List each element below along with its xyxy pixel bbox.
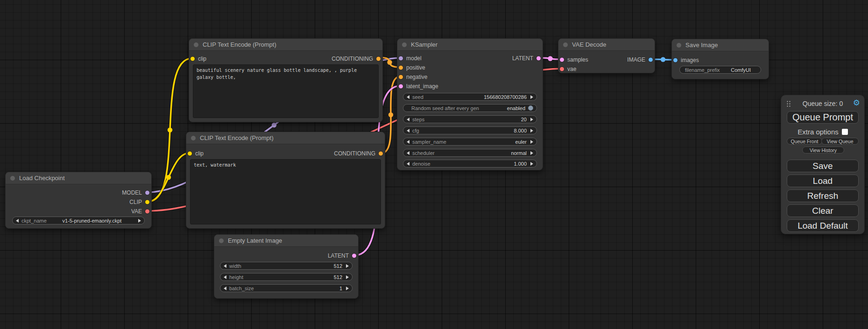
decrement-arrow-icon[interactable] [224, 275, 226, 279]
extra-options-checkbox[interactable] [842, 129, 848, 135]
seed-widget[interactable]: seed 156680208700286 [403, 93, 537, 101]
node-load-checkpoint[interactable]: Load Checkpoint MODEL CLIP VAE ckpt_name… [5, 172, 152, 229]
output-slot-dot[interactable] [145, 190, 150, 196]
node-empty-latent-image[interactable]: Empty Latent Image LATENT width 512 heig… [214, 234, 359, 299]
collapse-dot[interactable] [191, 136, 196, 140]
decrement-arrow-icon[interactable] [407, 140, 409, 144]
save-button[interactable]: Save [787, 160, 859, 172]
increment-arrow-icon[interactable] [346, 287, 349, 290]
denoise-widget[interactable]: denoise 1.000 [403, 160, 537, 168]
input-slot-dot[interactable] [398, 75, 403, 80]
input-slot-dot[interactable] [398, 56, 403, 61]
output-slot-dot[interactable] [376, 56, 381, 62]
input-slot-dot[interactable] [559, 67, 565, 72]
batch-size-widget[interactable]: batch_size 1 [220, 284, 353, 292]
view-history-button[interactable]: View History [802, 147, 844, 154]
decrement-arrow-icon[interactable] [407, 162, 409, 166]
toggle-circle-icon[interactable] [528, 105, 533, 111]
decrement-arrow-icon[interactable] [407, 129, 409, 133]
increment-arrow-icon[interactable] [530, 140, 533, 144]
output-slot-dot[interactable] [536, 56, 541, 61]
output-slot-dot[interactable] [352, 253, 357, 259]
slot-label: LATENT [328, 252, 349, 259]
negative-prompt-textarea[interactable]: text, watermark [190, 159, 381, 224]
link-midpoint-dot [388, 112, 393, 117]
increment-arrow-icon[interactable] [138, 219, 141, 223]
link-shadow [148, 153, 189, 202]
load-default-button[interactable]: Load Default [787, 219, 859, 232]
queue-size-label: Queue size: 0 [781, 100, 864, 107]
ckpt-name-widget[interactable]: ckpt_name v1-5-pruned-emaonly.ckpt [12, 217, 145, 224]
decrement-arrow-icon[interactable] [407, 151, 409, 155]
input-slot-dot[interactable] [398, 84, 403, 89]
node-vae-decode[interactable]: VAE Decode samples IMAGE vae [558, 38, 655, 73]
node-clip-text-encode-positive[interactable]: CLIP Text Encode (Prompt) clip CONDITION… [189, 38, 383, 122]
decrement-arrow-icon[interactable] [407, 95, 409, 99]
increment-arrow-icon[interactable] [346, 275, 349, 279]
settings-gear-icon[interactable]: ⚙ [853, 98, 860, 108]
widget-label: sampler_name [412, 139, 446, 145]
output-slot-dot[interactable] [648, 57, 653, 63]
input-slot-images: images [672, 56, 769, 65]
drag-handle-icon[interactable] [786, 100, 790, 107]
queue-front-button[interactable]: Queue Front [787, 138, 822, 145]
queue-panel[interactable]: Queue size: 0 ⚙ Queue Prompt Extra optio… [781, 95, 865, 234]
node-ksampler[interactable]: KSampler model LATENT positive negative … [397, 38, 543, 170]
node-clip-text-encode-negative[interactable]: CLIP Text Encode (Prompt) clip CONDITION… [186, 132, 385, 229]
sampler-name-widget[interactable]: sampler_name euler [403, 138, 537, 146]
refresh-button[interactable]: Refresh [787, 189, 859, 202]
filename-prefix-widget[interactable]: filename_prefix ComfyUI [679, 66, 761, 74]
increment-arrow-icon[interactable] [530, 129, 533, 133]
collapse-dot[interactable] [677, 43, 681, 48]
increment-arrow-icon[interactable] [530, 151, 533, 155]
output-slot-dot[interactable] [145, 200, 150, 205]
output-slot-dot[interactable] [378, 151, 383, 156]
collapse-dot[interactable] [219, 238, 224, 243]
output-slot-model: MODEL [6, 188, 151, 197]
output-slot-dot[interactable] [145, 209, 150, 214]
height-widget[interactable]: height 512 [220, 273, 353, 281]
decrement-arrow-icon[interactable] [16, 219, 19, 223]
input-slot-dot[interactable] [559, 57, 565, 63]
positive-prompt-textarea[interactable]: beautiful scenery nature glass bottle la… [193, 64, 379, 118]
decrement-arrow-icon[interactable] [224, 287, 226, 290]
node-title-bar[interactable]: CLIP Text Encode (Prompt) [186, 132, 385, 144]
node-save-image[interactable]: Save Image images filename_prefix ComfyU… [671, 39, 769, 79]
slot-row: clip CONDITIONING [186, 149, 385, 158]
node-title-bar[interactable]: Save Image [672, 39, 769, 51]
decrement-arrow-icon[interactable] [224, 264, 226, 268]
input-slot-dot[interactable] [187, 151, 192, 156]
collapse-dot[interactable] [402, 42, 407, 47]
collapse-dot[interactable] [10, 176, 15, 181]
scheduler-widget[interactable]: scheduler normal [403, 149, 537, 157]
increment-arrow-icon[interactable] [530, 95, 533, 99]
node-title-bar[interactable]: KSampler [397, 39, 543, 51]
increment-arrow-icon[interactable] [530, 118, 533, 121]
node-title-bar[interactable]: VAE Decode [558, 39, 655, 51]
cfg-widget[interactable]: cfg 8.000 [403, 126, 537, 134]
random-seed-toggle-widget[interactable]: Random seed after every gen enabled [403, 104, 537, 112]
decrement-arrow-icon[interactable] [407, 118, 409, 121]
input-slot-dot[interactable] [190, 56, 195, 62]
steps-widget[interactable]: steps 20 [403, 115, 537, 123]
slot-label: LATENT [512, 55, 533, 62]
view-queue-button[interactable]: View Queue [821, 138, 859, 145]
link-clip-to-positive-prompt [148, 58, 192, 202]
slot-label: CONDITIONING [334, 150, 375, 157]
increment-arrow-icon[interactable] [530, 162, 533, 166]
collapse-dot[interactable] [563, 42, 568, 47]
node-title-bar[interactable]: Load Checkpoint [6, 172, 151, 184]
node-graph-canvas[interactable]: Load Checkpoint MODEL CLIP VAE ckpt_name… [0, 0, 868, 329]
input-slot-dot[interactable] [398, 65, 403, 70]
collapse-dot[interactable] [194, 42, 198, 47]
node-title-bar[interactable]: CLIP Text Encode (Prompt) [189, 39, 382, 51]
width-widget[interactable]: width 512 [220, 262, 353, 270]
clear-button[interactable]: Clear [787, 204, 859, 217]
queue-prompt-button[interactable]: Queue Prompt [787, 111, 859, 124]
load-button[interactable]: Load [787, 175, 859, 187]
input-slot-dot[interactable] [673, 58, 678, 63]
node-title-bar[interactable]: Empty Latent Image [214, 235, 358, 247]
link-midpoint-dot [661, 57, 665, 62]
increment-arrow-icon[interactable] [346, 264, 349, 268]
widget-label: scheduler [412, 150, 435, 156]
